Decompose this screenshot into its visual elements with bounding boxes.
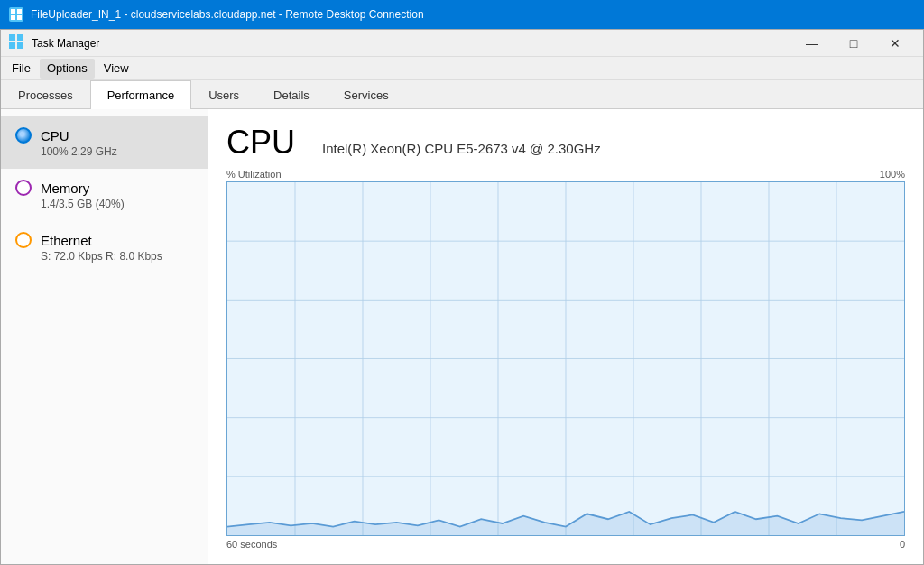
ethernet-detail: S: 72.0 Kbps R: 8.0 Kbps <box>41 250 193 263</box>
tab-processes[interactable]: Processes <box>1 80 90 109</box>
chart-container: % Utilization 100% <box>226 169 905 550</box>
menu-options[interactable]: Options <box>40 59 95 79</box>
memory-detail: 1.4/3.5 GB (40%) <box>41 198 193 210</box>
svg-rect-7 <box>17 42 23 49</box>
svg-rect-1 <box>17 9 22 14</box>
sidebar-item-memory[interactable]: Memory 1.4/3.5 GB (40%) <box>1 169 208 221</box>
svg-rect-5 <box>17 34 23 41</box>
sidebar-item-memory-header: Memory <box>15 180 193 196</box>
perf-header: CPU Intel(R) Xeon(R) CPU E5-2673 v4 @ 2.… <box>226 124 905 162</box>
sidebar-item-cpu-header: CPU <box>15 127 193 144</box>
app-title-text: Task Manager <box>32 37 784 50</box>
chart-labels-top: % Utilization 100% <box>226 169 905 180</box>
window-controls: — □ ✕ <box>791 30 916 57</box>
chart-area <box>226 181 905 536</box>
svg-rect-2 <box>11 15 15 20</box>
close-button[interactable]: ✕ <box>874 30 916 57</box>
perf-subtitle: Intel(R) Xeon(R) CPU E5-2673 v4 @ 2.30GH… <box>322 141 601 156</box>
memory-icon <box>15 180 32 196</box>
cpu-icon <box>15 127 32 144</box>
tab-users[interactable]: Users <box>191 80 256 109</box>
tabs: Processes Performance Users Details Serv… <box>1 80 923 109</box>
perf-title: CPU <box>226 124 295 162</box>
sidebar-item-cpu[interactable]: CPU 100% 2.29 GHz <box>1 116 208 169</box>
cpu-detail: 100% 2.29 GHz <box>41 145 193 158</box>
cpu-label: CPU <box>41 128 69 144</box>
chart-svg <box>227 182 904 535</box>
ethernet-label: Ethernet <box>41 233 92 248</box>
ethernet-icon <box>15 232 32 248</box>
main-content: CPU 100% 2.29 GHz Memory 1.4/3.5 GB (40%… <box>1 109 923 564</box>
memory-label: Memory <box>41 181 89 196</box>
title-bar-icon <box>9 7 23 22</box>
x-label-right: 0 <box>900 539 905 550</box>
sidebar-item-ethernet-header: Ethernet <box>15 232 193 248</box>
sidebar-item-ethernet[interactable]: Ethernet S: 72.0 Kbps R: 8.0 Kbps <box>1 221 208 273</box>
app-title-bar: Task Manager — □ ✕ <box>1 30 923 57</box>
title-bar-text: FileUploader_IN_1 - cloudservicelabs.clo… <box>31 8 915 21</box>
minimize-button[interactable]: — <box>791 30 833 57</box>
svg-rect-6 <box>9 42 15 49</box>
title-bar: FileUploader_IN_1 - cloudservicelabs.clo… <box>0 0 924 29</box>
app-icon <box>8 33 24 52</box>
menu-bar: File Options View <box>1 57 923 80</box>
menu-view[interactable]: View <box>97 59 136 79</box>
svg-rect-3 <box>17 15 22 20</box>
sidebar: CPU 100% 2.29 GHz Memory 1.4/3.5 GB (40%… <box>1 109 208 564</box>
svg-rect-4 <box>9 34 15 41</box>
svg-rect-0 <box>11 9 15 14</box>
menu-file[interactable]: File <box>5 59 38 79</box>
y-max: 100% <box>880 169 905 180</box>
tab-services[interactable]: Services <box>327 80 406 109</box>
y-label: % Utilization <box>226 169 282 180</box>
main-window: Task Manager — □ ✕ File Options View Pro… <box>0 29 924 565</box>
performance-panel: CPU Intel(R) Xeon(R) CPU E5-2673 v4 @ 2.… <box>208 109 923 564</box>
maximize-button[interactable]: □ <box>833 30 874 57</box>
chart-labels-bottom: 60 seconds 0 <box>226 539 905 550</box>
tab-details[interactable]: Details <box>256 80 327 109</box>
tab-performance[interactable]: Performance <box>90 80 191 109</box>
x-label-left: 60 seconds <box>226 539 277 550</box>
